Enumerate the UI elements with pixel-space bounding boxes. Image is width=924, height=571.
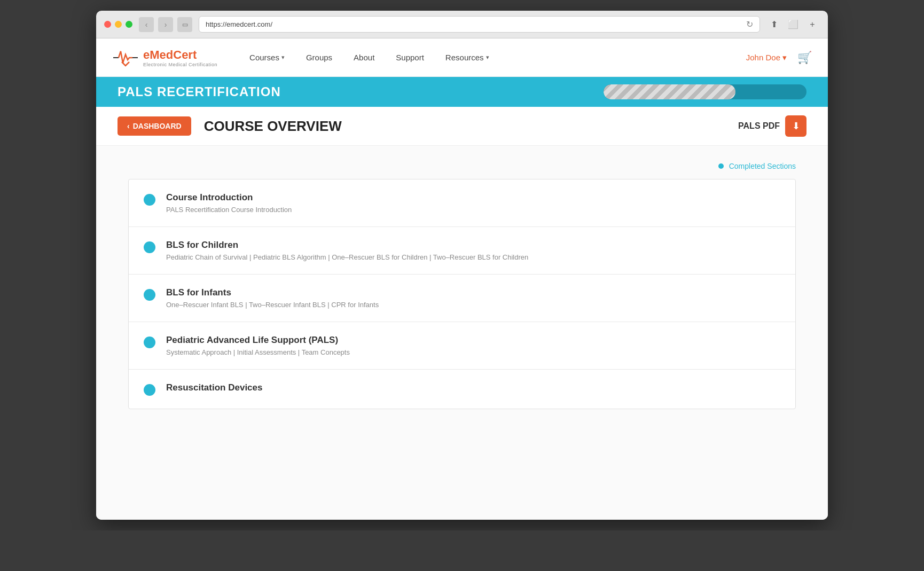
section-item-4[interactable]: Resuscitation Devices [129,370,795,409]
section-item-3[interactable]: Pediatric Advanced Life Support (PALS) S… [129,322,795,370]
resources-arrow-icon: ▾ [486,54,489,61]
page-content: eMedCert Electronic Medical Certificatio… [96,38,828,520]
section-title-3: Pediatric Advanced Life Support (PALS) [166,335,350,346]
browser-buttons [104,21,132,28]
section-desc-2: One–Rescuer Infant BLS | Two–Rescuer Inf… [166,301,379,309]
pdf-download-button[interactable]: ⬇ [785,115,806,137]
section-item-2[interactable]: BLS for Infants One–Rescuer Infant BLS |… [129,275,795,322]
reader-button[interactable]: ▭ [177,17,192,32]
nav-right: John Doe ▾ 🛒 [746,51,812,65]
main-content: Completed Sections Course Introduction P… [96,146,828,520]
nav-resources[interactable]: Resources ▾ [445,53,489,62]
section-desc-3: Systematic Approach | Initial Assessment… [166,348,350,356]
user-menu[interactable]: John Doe ▾ [746,53,787,62]
fullscreen-button[interactable]: ⬜ [786,17,801,32]
section-dot-1 [144,241,155,253]
back-button[interactable]: ‹ [139,17,154,32]
close-button[interactable] [104,21,111,28]
completed-indicator: Completed Sections [128,157,796,179]
section-dot-2 [144,289,155,301]
section-title-1: BLS for Children [166,240,528,251]
sub-header: ‹ DASHBOARD COURSE OVERVIEW PALS PDF ⬇ [96,107,828,146]
nav-courses[interactable]: Courses ▾ [249,53,285,62]
nav-about[interactable]: About [354,53,374,62]
forward-button[interactable]: › [158,17,173,32]
completed-dot-icon [718,163,724,169]
minimize-button[interactable] [115,21,122,28]
course-overview-title: COURSE OVERVIEW [204,118,738,135]
section-title-2: BLS for Infants [166,287,379,298]
url-bar[interactable]: https://emedcert.com/ ↻ [199,16,760,33]
url-text: https://emedcert.com/ [206,20,272,28]
reload-icon[interactable]: ↻ [746,19,753,29]
browser-titlebar: ‹ › ▭ https://emedcert.com/ ↻ ⬆ ⬜ + [96,11,828,38]
courses-arrow-icon: ▾ [281,54,285,61]
nav-links: Courses ▾ Groups About Support Resources… [249,53,746,62]
section-info-1: BLS for Children Pediatric Chain of Surv… [166,240,528,261]
completed-sections-label: Completed Sections [729,162,796,170]
section-info-3: Pediatric Advanced Life Support (PALS) S… [166,335,350,356]
section-title-0: Course Introduction [166,192,292,203]
section-desc-0: PALS Recertification Course Introduction [166,206,292,214]
section-item-0[interactable]: Course Introduction PALS Recertification… [129,179,795,227]
logo-sub: Electronic Medical Certification [143,62,217,67]
section-info-4: Resuscitation Devices [166,382,262,396]
dashboard-arrow-icon: ‹ [127,122,130,130]
section-desc-1: Pediatric Chain of Survival | Pediatric … [166,253,528,261]
sections-container: Course Introduction PALS Recertification… [128,179,796,409]
nav-support[interactable]: Support [396,53,424,62]
logo-brand: eMedCert [143,48,217,62]
pdf-label: PALS PDF [738,121,780,131]
progress-bar-container [604,84,806,99]
section-dot-3 [144,337,155,348]
course-banner: PALS RECERTIFICATION [96,77,828,107]
logo-text: eMedCert Electronic Medical Certificatio… [143,48,217,67]
section-info-2: BLS for Infants One–Rescuer Infant BLS |… [166,287,379,309]
share-button[interactable]: ⬆ [766,17,781,32]
logo-icon [112,47,139,68]
cart-icon[interactable]: 🛒 [797,51,812,65]
section-title-4: Resuscitation Devices [166,382,262,393]
maximize-button[interactable] [126,21,132,28]
user-arrow-icon: ▾ [782,53,787,62]
new-tab-button[interactable]: + [805,17,820,32]
course-banner-title: PALS RECERTIFICATION [118,84,281,99]
dashboard-button[interactable]: ‹ DASHBOARD [118,116,191,136]
navbar: eMedCert Electronic Medical Certificatio… [96,38,828,77]
section-dot-4 [144,384,155,396]
section-info-0: Course Introduction PALS Recertification… [166,192,292,214]
nav-groups[interactable]: Groups [306,53,332,62]
browser-window: ‹ › ▭ https://emedcert.com/ ↻ ⬆ ⬜ + [96,11,828,520]
logo-area: eMedCert Electronic Medical Certificatio… [112,47,217,68]
browser-nav: ‹ › ▭ [139,17,192,32]
logo-e: e [143,48,150,61]
section-dot-0 [144,194,155,206]
section-item-1[interactable]: BLS for Children Pediatric Chain of Surv… [129,227,795,275]
progress-bar-fill [604,84,735,99]
pdf-area: PALS PDF ⬇ [738,115,806,137]
browser-actions: ⬆ ⬜ + [766,17,820,32]
